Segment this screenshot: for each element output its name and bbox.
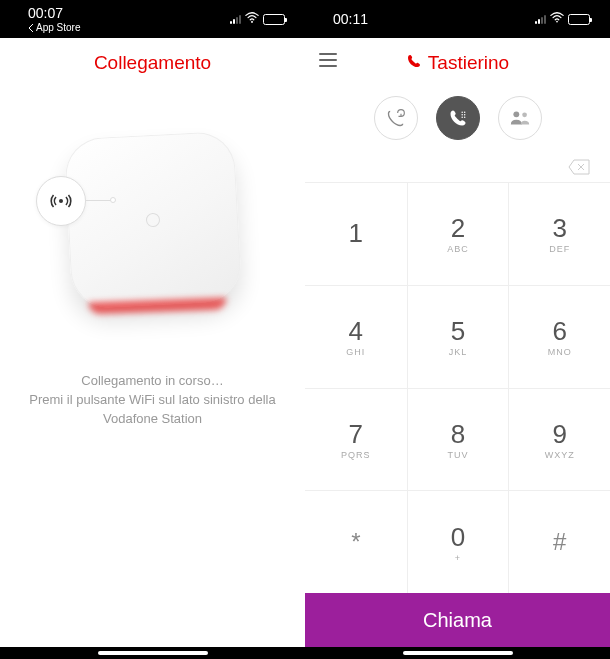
router-logo <box>145 213 160 228</box>
battery-icon <box>568 14 590 25</box>
svg-point-5 <box>461 114 463 116</box>
clock: 00:07 <box>28 5 80 21</box>
status-bar: 00:07 App Store <box>0 0 305 38</box>
status-icons <box>535 11 590 27</box>
cellular-icon <box>535 15 546 24</box>
menu-button[interactable] <box>319 53 337 67</box>
status-bar: 00:11 <box>305 0 610 38</box>
device-illustration <box>0 88 305 352</box>
svg-point-8 <box>463 116 465 118</box>
keypad: 1 2ABC 3DEF 4GHI 5JKL 6MNO 7PQRS 8TUV 9W… <box>305 182 610 593</box>
call-button[interactable]: Chiama <box>305 593 610 647</box>
keypad-button[interactable] <box>436 96 480 140</box>
screen: Tastierino 1 2ABC <box>305 38 610 647</box>
recent-calls-button[interactable] <box>374 96 418 140</box>
backspace-button[interactable] <box>568 159 590 179</box>
svg-point-2 <box>556 21 558 23</box>
phone-icon <box>406 53 422 73</box>
key-8[interactable]: 8TUV <box>407 388 509 491</box>
svg-point-9 <box>513 111 519 117</box>
page-title: Collegamento <box>94 52 211 74</box>
cellular-icon <box>230 15 241 24</box>
phone-right: 00:11 Tastierino <box>305 0 610 659</box>
home-indicator[interactable] <box>403 651 513 655</box>
svg-point-0 <box>251 21 253 23</box>
key-0[interactable]: 0+ <box>407 490 509 593</box>
router-image <box>63 131 242 310</box>
key-5[interactable]: 5JKL <box>407 285 509 388</box>
wifi-icon <box>550 11 564 27</box>
key-hash[interactable]: # <box>508 490 610 593</box>
contacts-button[interactable] <box>498 96 542 140</box>
svg-point-6 <box>463 114 465 116</box>
svg-point-4 <box>463 111 465 113</box>
status-icons <box>230 11 285 27</box>
description-text: Collegamento in corso… Premi il pulsante… <box>0 352 305 449</box>
key-4[interactable]: 4GHI <box>305 285 407 388</box>
key-2[interactable]: 2ABC <box>407 182 509 285</box>
svg-point-7 <box>461 116 463 118</box>
wifi-button-callout <box>36 176 86 226</box>
key-7[interactable]: 7PQRS <box>305 388 407 491</box>
key-1[interactable]: 1 <box>305 182 407 285</box>
svg-point-1 <box>59 199 63 203</box>
svg-point-10 <box>522 112 527 117</box>
mode-buttons <box>305 88 610 156</box>
key-star[interactable]: * <box>305 490 407 593</box>
screen: Collegamento <box>0 38 305 647</box>
title-bar: Collegamento <box>0 38 305 88</box>
home-indicator[interactable] <box>98 651 208 655</box>
key-9[interactable]: 9WXYZ <box>508 388 610 491</box>
wifi-icon <box>245 11 259 27</box>
clock: 00:11 <box>333 11 368 27</box>
key-3[interactable]: 3DEF <box>508 182 610 285</box>
svg-point-3 <box>461 111 463 113</box>
page-title: Tastierino <box>428 52 509 74</box>
battery-icon <box>263 14 285 25</box>
title-bar: Tastierino <box>305 38 610 88</box>
key-6[interactable]: 6MNO <box>508 285 610 388</box>
phone-left: 00:07 App Store Collegamento <box>0 0 305 659</box>
back-to-app[interactable]: App Store <box>28 22 80 33</box>
